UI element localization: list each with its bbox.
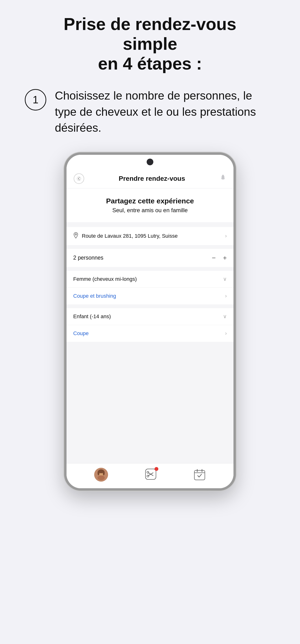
nav-scissors[interactable] bbox=[144, 468, 157, 481]
count-controls: − + bbox=[212, 254, 227, 261]
calendar-icon bbox=[193, 468, 206, 481]
person1-service-chevron: › bbox=[225, 293, 227, 299]
location-text: Route de Lavaux 281, 1095 Lutry, Suisse bbox=[82, 233, 225, 239]
person2-type-text: Enfant (-14 ans) bbox=[73, 314, 223, 320]
count-label: 2 personnes bbox=[73, 254, 212, 261]
phone-container: Prendre rendez-vous Partagez cette expér… bbox=[10, 152, 290, 490]
person1-type-row[interactable]: Femme (cheveux mi-longs) ∨ bbox=[67, 271, 233, 288]
svg-point-7 bbox=[97, 470, 99, 476]
nav-profile[interactable] bbox=[94, 468, 108, 482]
location-card: Route de Lavaux 281, 1095 Lutry, Suisse … bbox=[67, 227, 233, 245]
svg-point-5 bbox=[97, 476, 105, 480]
location-row[interactable]: Route de Lavaux 281, 1095 Lutry, Suisse … bbox=[67, 227, 233, 245]
hero-section: Partagez cette expérience Seul, entre am… bbox=[67, 188, 233, 222]
person1-type-text: Femme (cheveux mi-longs) bbox=[73, 276, 223, 282]
nav-calendar[interactable] bbox=[193, 468, 206, 481]
scissors-badge bbox=[144, 468, 157, 481]
back-button[interactable] bbox=[74, 174, 84, 184]
location-icon bbox=[73, 232, 78, 240]
svg-point-12 bbox=[147, 471, 149, 473]
camera-hole bbox=[147, 158, 153, 165]
notification-badge bbox=[155, 467, 158, 471]
svg-point-13 bbox=[147, 475, 149, 477]
svg-point-8 bbox=[103, 470, 105, 476]
svg-rect-14 bbox=[194, 470, 205, 480]
header-title: Prendre rendez-vous bbox=[119, 175, 185, 182]
phone-mockup: Prendre rendez-vous Partagez cette expér… bbox=[64, 152, 236, 490]
minus-button[interactable]: − bbox=[212, 254, 216, 261]
location-chevron: › bbox=[225, 233, 227, 239]
bottom-nav bbox=[67, 463, 233, 488]
person1-service-row[interactable]: Coupe et brushing › bbox=[67, 288, 233, 304]
person1-card: Femme (cheveux mi-longs) ∨ Coupe et brus… bbox=[67, 271, 233, 304]
person2-type-row[interactable]: Enfant (-14 ans) ∨ bbox=[67, 308, 233, 325]
plus-button[interactable]: + bbox=[223, 254, 227, 261]
step-number-circle: 1 bbox=[25, 89, 46, 110]
content-spacer bbox=[67, 346, 233, 388]
hero-subtitle: Seul, entre amis ou en famille bbox=[74, 207, 226, 214]
count-card: 2 personnes − + bbox=[67, 249, 233, 267]
step-row: 1 Choisissez le nombre de personnes, le … bbox=[25, 88, 275, 136]
person2-service-row[interactable]: Coupe › bbox=[67, 325, 233, 342]
phone-top-bar bbox=[67, 155, 233, 169]
bell-icon[interactable] bbox=[220, 174, 226, 183]
hero-title: Partagez cette expérience bbox=[74, 197, 226, 205]
app-content: Partagez cette expérience Seul, entre am… bbox=[67, 188, 233, 463]
person2-type-chevron: ∨ bbox=[223, 314, 227, 320]
person2-service-chevron: › bbox=[225, 330, 227, 336]
person1-type-chevron: ∨ bbox=[223, 276, 227, 282]
page-title: Prise de rendez-vous simple en 4 étapes … bbox=[43, 14, 257, 73]
phone-inner: Prendre rendez-vous Partagez cette expér… bbox=[67, 155, 233, 488]
person2-card: Enfant (-14 ans) ∨ Coupe › bbox=[67, 308, 233, 342]
app-header: Prendre rendez-vous bbox=[67, 169, 233, 188]
count-row: 2 personnes − + bbox=[67, 249, 233, 267]
step-description: Choisissez le nombre de personnes, le ty… bbox=[55, 88, 275, 136]
person1-service-text: Coupe et brushing bbox=[73, 293, 225, 299]
avatar bbox=[94, 468, 108, 482]
svg-point-2 bbox=[75, 234, 77, 235]
person2-service-text: Coupe bbox=[73, 330, 225, 336]
svg-point-0 bbox=[77, 177, 81, 180]
